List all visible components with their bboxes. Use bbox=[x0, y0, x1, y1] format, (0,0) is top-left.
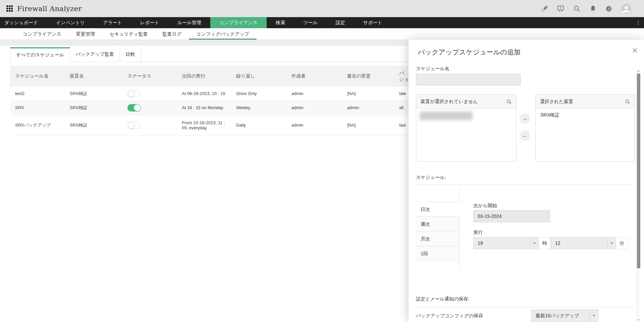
nav-item-settings[interactable]: 設定 bbox=[327, 17, 354, 28]
cell-recurrence: Weekly bbox=[231, 105, 286, 110]
minute-unit-label: 分 bbox=[616, 237, 628, 249]
col-header-next-run: 次回の実行 bbox=[177, 73, 231, 79]
caret-down-icon: ▼ bbox=[607, 237, 616, 249]
frequency-tabs-spacer bbox=[416, 188, 459, 202]
col-header-last-modified: 最近の変更 bbox=[342, 73, 394, 79]
hour-select[interactable]: 19 ▼ bbox=[473, 237, 539, 249]
tab-backup-audit[interactable]: バックアップ監査 bbox=[70, 47, 120, 62]
scroll-up-icon[interactable]: ▲ bbox=[637, 69, 640, 73]
apps-grid-icon[interactable] bbox=[6, 5, 13, 12]
start-date-input[interactable]: 03-15-2024 bbox=[473, 210, 550, 222]
tab-all-schedules[interactable]: すべてのスケジュール bbox=[10, 47, 70, 62]
nav-item-dashboard[interactable]: ダッシュボード bbox=[0, 17, 47, 28]
app-title: Firewall Analyzer bbox=[17, 5, 82, 13]
freq-tab-monthly[interactable]: 月次 bbox=[416, 231, 459, 246]
search-icon[interactable] bbox=[625, 99, 630, 104]
page: Firewall Analyzer bbox=[0, 0, 644, 322]
nav-item-reports[interactable]: レポート bbox=[131, 17, 168, 28]
schedule-name-input[interactable] bbox=[416, 74, 521, 85]
hour-unit-label: 時 bbox=[539, 237, 551, 249]
freq-tab-daily[interactable]: 日次 bbox=[416, 202, 460, 217]
col-header-status: ステータス bbox=[122, 73, 177, 79]
move-left-button[interactable]: ← bbox=[520, 130, 530, 141]
cell-next-run: At 18 : 15 on Monday bbox=[177, 105, 231, 110]
available-devices-list: 装置が選択されていません bbox=[416, 94, 517, 162]
panel-title: バックアップスケジュールの追加 bbox=[418, 48, 521, 57]
schedule-section-label: スケジュール: bbox=[416, 175, 446, 181]
nav-item-alerts[interactable]: アラート bbox=[94, 17, 131, 28]
cell-schedule-name: test2 bbox=[10, 91, 65, 96]
start-from-label: 次から開始 bbox=[473, 203, 497, 209]
subnav-item-security-audit[interactable]: セキュリティ監査 bbox=[102, 28, 155, 40]
user-avatar[interactable] bbox=[621, 4, 631, 14]
run-time-controls: 19 ▼ 時 12 ▼ 分 bbox=[473, 237, 628, 249]
nav-item-support[interactable]: サポート bbox=[354, 17, 391, 28]
close-icon[interactable]: ✕ bbox=[632, 47, 638, 54]
subnav-item-audit-log[interactable]: 監査ログ bbox=[155, 28, 189, 40]
selected-device-item[interactable]: SRX検証 bbox=[536, 109, 635, 118]
cell-recurrence: Daily bbox=[231, 123, 286, 128]
demo-screen-icon[interactable] bbox=[557, 5, 565, 12]
col-header-device-name: 装置名 bbox=[65, 73, 122, 79]
gear-icon[interactable] bbox=[605, 5, 613, 12]
status-toggle[interactable] bbox=[127, 122, 141, 129]
search-icon[interactable] bbox=[573, 5, 581, 12]
cell-schedule-name: SRXバックアップ bbox=[10, 122, 65, 128]
cell-next-run: From 10-18-2023, 11 : 00, everyday bbox=[177, 120, 231, 130]
caret-down-icon: ▼ bbox=[589, 310, 598, 321]
nav-item-search[interactable]: 検索 bbox=[267, 17, 294, 28]
subnav-item-change-management[interactable]: 変更管理 bbox=[69, 28, 102, 40]
run-label: 実行 bbox=[473, 230, 483, 236]
cell-creator: admin bbox=[286, 123, 342, 128]
more-vertical-icon[interactable]: ⋮ bbox=[635, 17, 642, 28]
panel-scrollbar[interactable]: ▲ ▼ bbox=[636, 69, 640, 322]
cell-device-name: SRX検証 bbox=[65, 91, 122, 97]
backup-versions-select[interactable]: 最新10バックアップ ▼ bbox=[531, 310, 598, 322]
cell-creator: admin bbox=[286, 105, 342, 110]
freq-tab-once[interactable]: 1回 bbox=[416, 246, 459, 261]
col-header-schedule-name: スケジュール名 bbox=[10, 73, 65, 79]
topbar-icons bbox=[541, 0, 631, 17]
nav-item-compliance[interactable]: コンプライアンス bbox=[210, 17, 267, 28]
selected-devices-list: 選択された装置 SRX検証 bbox=[535, 94, 635, 162]
nav-item-inventory[interactable]: インベントリ bbox=[47, 17, 94, 28]
cell-device-name: SRX検証 bbox=[65, 105, 122, 111]
main-nav: ダッシュボード インベントリ アラート レポート ルール管理 コンプライアンス … bbox=[0, 17, 644, 28]
freq-tab-weekly[interactable]: 週次 bbox=[416, 217, 459, 231]
scrollbar-thumb[interactable] bbox=[637, 74, 640, 268]
nav-item-tools[interactable]: ツール bbox=[294, 17, 327, 28]
cell-schedule-name: SRX bbox=[10, 105, 65, 110]
subnav-item-config-backup[interactable]: コンフィグバックアップ bbox=[189, 28, 257, 40]
tab-compare[interactable]: 比較 bbox=[120, 47, 141, 62]
status-toggle[interactable] bbox=[127, 104, 141, 111]
schedule-name-label: スケジュール名 bbox=[416, 66, 449, 72]
schedule-section-divider bbox=[416, 184, 635, 185]
cell-creator: admin bbox=[286, 91, 342, 96]
search-icon[interactable] bbox=[506, 99, 512, 104]
status-toggle[interactable] bbox=[127, 90, 141, 97]
cell-last-modified: admin bbox=[342, 105, 394, 110]
nav-item-rule-management[interactable]: ルール管理 bbox=[168, 17, 210, 28]
save-section-label: 設定とメール通知の保存: bbox=[416, 296, 469, 302]
scroll-down-icon[interactable]: ▼ bbox=[637, 318, 640, 322]
subnav-item-compliance[interactable]: コンプライアンス bbox=[15, 28, 69, 40]
backup-config-label: バックアップコンフィグの保存 bbox=[416, 313, 483, 319]
cell-recurrence: Once Only bbox=[231, 91, 286, 96]
rocket-icon[interactable] bbox=[541, 5, 548, 12]
sub-nav: コンプライアンス 変更管理 セキュリティ監査 監査ログ コンフィグバックアップ bbox=[0, 28, 644, 40]
available-devices-header: 装置が選択されていません bbox=[416, 95, 516, 109]
add-backup-schedule-panel: バックアップスケジュールの追加 ✕ スケジュール名 装置が選択されていません →… bbox=[409, 40, 644, 322]
selected-devices-header: 選択された装置 bbox=[536, 95, 635, 109]
col-header-recurrence: 繰り返し bbox=[231, 73, 286, 79]
col-header-creator: 作成者 bbox=[286, 73, 342, 79]
move-right-button[interactable]: → bbox=[520, 113, 530, 124]
save-section-divider bbox=[416, 307, 635, 307]
bell-icon[interactable] bbox=[589, 5, 597, 12]
redacted-device-item[interactable] bbox=[420, 111, 473, 120]
cell-last-modified: [NA] bbox=[342, 123, 394, 128]
frequency-tabs: 日次 週次 月次 1回 bbox=[416, 188, 460, 271]
cell-next-run: At 06-28-2023, 10 : 15 bbox=[177, 91, 231, 96]
minute-select[interactable]: 12 ▼ bbox=[551, 237, 616, 249]
caret-down-icon: ▼ bbox=[530, 237, 539, 249]
cell-last-modified: [NA] bbox=[342, 91, 394, 96]
